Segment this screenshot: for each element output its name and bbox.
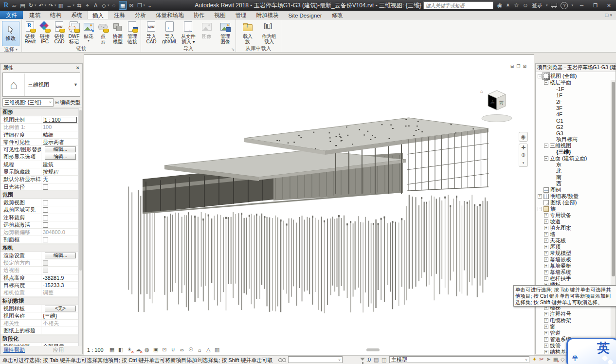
tree-item[interactable]: +栏杆扶手 (536, 275, 616, 282)
expand-toggle[interactable]: + (538, 194, 542, 199)
expand-toggle[interactable]: + (544, 344, 548, 348)
viewcube-left-face[interactable]: 左 (490, 100, 495, 105)
expand-toggle[interactable]: + (544, 219, 548, 224)
edit-button[interactable]: 编辑... (45, 146, 76, 152)
text-icon[interactable]: A (92, 1, 99, 9)
import-cad-button[interactable]: CAD→导入CAD (142, 20, 161, 44)
design-options-icon[interactable]: ◫ (381, 357, 386, 363)
prop-value[interactable]: 编辑... (41, 146, 78, 153)
expand-toggle[interactable]: + (544, 331, 548, 335)
sign-in-caret-icon[interactable]: ▾ (546, 3, 548, 7)
viewcube-ring[interactable] (482, 115, 512, 122)
switch-windows-caret-icon[interactable]: ▾ (144, 3, 145, 7)
close-button[interactable]: ✕ (604, 1, 614, 9)
tree-item[interactable]: G2 (536, 124, 616, 130)
user-icon[interactable]: ☺ (523, 2, 528, 9)
expand-toggle[interactable]: + (544, 226, 548, 230)
edit-button[interactable]: 编辑... (45, 154, 76, 160)
section-header[interactable]: 阶段化ˆ (0, 335, 82, 343)
design-option-select[interactable]: 主模型˅ (389, 356, 529, 363)
checkbox[interactable] (43, 200, 48, 205)
customize-qat-icon[interactable]: ⌄ (146, 1, 153, 9)
tree-item[interactable]: −视图 (全部) (536, 73, 616, 79)
prop-value[interactable]: 100 (41, 124, 78, 130)
tab-2[interactable]: 结构 (45, 11, 66, 19)
sync-with-central-caret-icon[interactable]: ▾ (35, 3, 36, 7)
expand-toggle[interactable]: + (544, 251, 548, 255)
view-scale-label[interactable]: 1 : 100 (87, 347, 104, 353)
tag-by-category-icon[interactable]: ⌖ (84, 1, 91, 9)
prop-value[interactable]: 建筑 (41, 161, 78, 168)
search-icon[interactable]: ◉ (497, 2, 502, 9)
tree-item[interactable]: +常规模型 (536, 250, 616, 256)
temporary-view-properties-icon[interactable]: ⌂ (196, 346, 203, 353)
sign-in-label[interactable]: 登录 (532, 2, 543, 9)
save-icon[interactable]: ▤ (19, 1, 26, 9)
panel-label[interactable]: 导入↘ (141, 45, 236, 52)
checkbox[interactable] (43, 215, 48, 220)
dwf-markup-button[interactable]: DWF标记 (67, 20, 81, 44)
pin-icon[interactable]: ➤ (546, 356, 550, 363)
prop-value[interactable]: 304800.0 (41, 229, 78, 236)
undo-icon[interactable]: ↶ (37, 1, 45, 9)
prop-value[interactable] (41, 199, 78, 206)
section-header[interactable]: 图形ˆ (0, 108, 82, 116)
properties-help-link[interactable]: 属性帮助 (3, 346, 25, 354)
edit-type-button[interactable]: ⊞编辑类型 (55, 99, 80, 106)
expand-toggle[interactable]: + (544, 270, 548, 274)
tree-item[interactable]: +墙 (536, 231, 616, 237)
worksharing-display-icon[interactable]: ▥ (214, 346, 221, 353)
tree-item[interactable]: −三维视图 (536, 143, 616, 149)
link-ifc-button[interactable]: 链接IFC (37, 20, 52, 44)
checkbox[interactable] (43, 184, 48, 190)
expand-toggle[interactable]: + (544, 276, 548, 281)
tab-9[interactable]: 视图 (210, 11, 231, 19)
active-workset-select[interactable]: ˅ (288, 356, 343, 363)
decal-button[interactable]: ↘贴花▾ (81, 20, 96, 43)
view-close-icon[interactable]: ⊠ (523, 64, 529, 69)
checkbox[interactable] (43, 207, 48, 213)
expand-toggle[interactable]: + (544, 257, 548, 262)
prop-value[interactable]: 无 (41, 176, 78, 182)
properties-header[interactable]: 属性 ✕ (0, 64, 82, 72)
tree-item[interactable]: −楼层平面 (536, 79, 616, 86)
tab-7[interactable]: 体量和场地 (151, 11, 189, 19)
tree-item[interactable]: -1F (536, 86, 616, 92)
shadows-icon[interactable]: ☁✕ (135, 346, 142, 353)
prop-value[interactable]: {三维} (41, 312, 78, 319)
prop-value[interactable]: 显示两者 (41, 139, 78, 146)
tree-item[interactable]: +管道 (536, 330, 616, 336)
tab-8[interactable]: 协作 (189, 11, 210, 19)
sun-path-icon[interactable]: ☀✕ (126, 346, 133, 353)
import-gbxml-button[interactable]: →导入gbXML (161, 20, 179, 44)
expand-toggle[interactable]: + (544, 238, 548, 243)
revit-logo-icon[interactable]: R (2, 1, 10, 9)
prop-value[interactable]: -15233.3 (41, 282, 78, 289)
checkbox[interactable] (43, 237, 48, 242)
viewcube-home-icon[interactable]: ⌂ (480, 89, 483, 94)
checkbox[interactable] (43, 260, 48, 266)
section-header[interactable]: 标识数据ˆ (0, 297, 82, 305)
switch-windows-icon[interactable]: ❐ (136, 1, 144, 9)
tree-item[interactable]: +填充图案 (536, 225, 616, 231)
tree-item[interactable]: 3F (536, 105, 616, 111)
worksets-glasses-icon[interactable] (278, 358, 287, 362)
minimize-button[interactable]: ─ (577, 1, 587, 9)
value-input[interactable]: 1 : 100 (43, 117, 77, 123)
tab-6[interactable]: 分析 (130, 11, 151, 19)
section-header[interactable]: 范围ˆ (0, 191, 82, 199)
dialog-launcher-icon[interactable]: ↘ (231, 47, 235, 52)
worksets-icon[interactable]: ✦ (532, 356, 537, 363)
expand-toggle[interactable]: + (544, 245, 548, 249)
open-icon[interactable]: ▱ (11, 1, 18, 9)
point-cloud-button[interactable]: 点云 (96, 20, 110, 44)
tab-10[interactable]: 管理 (231, 11, 252, 19)
prop-value[interactable]: 1 : 100 (41, 116, 78, 123)
close-hidden-windows-icon[interactable]: ⊠ (128, 1, 135, 9)
visual-style-icon[interactable]: ◧ (117, 346, 125, 353)
tree-item[interactable]: +幕墙竖梃 (536, 263, 616, 269)
editable-only-icon[interactable]: ▤ (374, 357, 379, 363)
exchange-apps-icon[interactable] (551, 3, 557, 7)
redo-icon[interactable]: ↷ (47, 1, 54, 9)
expand-toggle[interactable]: − (544, 156, 548, 161)
